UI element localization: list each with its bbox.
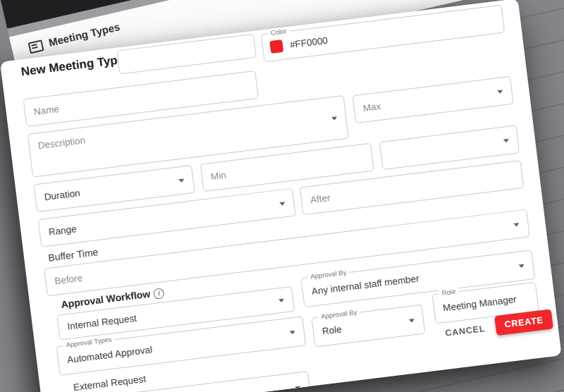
meeting-types-icon bbox=[28, 39, 44, 54]
external-approval-by-dropdown-icon[interactable] bbox=[409, 319, 415, 323]
external-approval-by-label: Approval By bbox=[318, 308, 360, 321]
range-value: Range bbox=[48, 223, 77, 238]
before-dropdown-icon[interactable] bbox=[513, 223, 520, 227]
after-placeholder: After bbox=[309, 192, 331, 205]
max-dropdown-icon[interactable] bbox=[497, 90, 503, 94]
external-role-value: Meeting Manager bbox=[442, 294, 517, 314]
max-select[interactable]: Max bbox=[352, 76, 514, 123]
color-swatch[interactable] bbox=[269, 39, 283, 54]
max-placeholder: Max bbox=[362, 101, 381, 114]
internal-approval-types-value: Automated Approval bbox=[66, 344, 153, 365]
internal-approval-by-label: Approval By bbox=[307, 268, 350, 281]
internal-request-value: Internal Request bbox=[67, 313, 137, 332]
external-request-value: External Request bbox=[73, 374, 147, 392]
external-approval-by-value: Role bbox=[321, 324, 342, 336]
color-field-label: Color bbox=[267, 27, 290, 37]
buffer-time-label: Buffer Time bbox=[47, 246, 99, 264]
name-placeholder: Name bbox=[33, 104, 60, 117]
description-placeholder: Description bbox=[37, 135, 86, 151]
info-icon[interactable]: i bbox=[153, 288, 165, 300]
internal-request-dropdown-icon[interactable] bbox=[278, 298, 285, 302]
cancel-button[interactable]: CANCEL bbox=[445, 324, 486, 338]
external-approval-by-select[interactable]: Approval By Role bbox=[312, 305, 426, 348]
external-role-label: Role bbox=[439, 287, 459, 297]
duration-label: Duration bbox=[44, 188, 80, 202]
color-value: #FF0000 bbox=[289, 35, 328, 50]
before-placeholder: Before bbox=[54, 273, 83, 287]
min-placeholder: Min bbox=[210, 170, 226, 183]
description-dropdown-icon[interactable] bbox=[331, 116, 338, 121]
internal-approval-by-dropdown-icon[interactable] bbox=[519, 264, 525, 269]
internal-approval-types-dropdown-icon[interactable] bbox=[290, 331, 296, 335]
empty-select-dropdown-icon[interactable] bbox=[503, 139, 510, 143]
duration-dropdown-icon[interactable] bbox=[178, 178, 185, 183]
range-dropdown-icon[interactable] bbox=[279, 202, 286, 206]
screen: Meeting Types New Meeting Type Color #FF… bbox=[0, 0, 564, 392]
new-meeting-type-dialog: New Meeting Type Color #FF0000 Name Desc… bbox=[0, 0, 562, 392]
